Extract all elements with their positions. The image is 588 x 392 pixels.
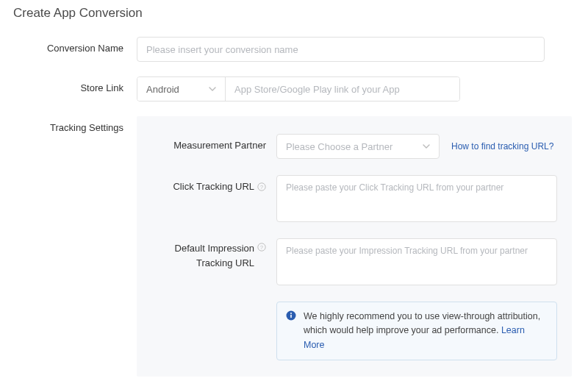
chevron-down-icon bbox=[423, 143, 430, 150]
measurement-partner-select[interactable]: Please Choose a Partner bbox=[276, 134, 440, 159]
label-click-tracking-url: Click Tracking URL ? bbox=[151, 175, 276, 192]
row-store-link: Store Link Android bbox=[13, 76, 575, 101]
tracking-settings-panel: Measurement Partner Please Choose a Part… bbox=[137, 116, 572, 377]
impression-tracking-url-input[interactable] bbox=[276, 238, 557, 285]
info-text: We highly recommend you to use view-thro… bbox=[304, 310, 548, 352]
row-conversion-name: Conversion Name bbox=[13, 37, 575, 62]
chevron-down-icon bbox=[209, 85, 216, 93]
label-impression-tracking-url: Default Impression Tracking URL ? bbox=[151, 238, 276, 270]
platform-select[interactable]: Android bbox=[137, 77, 226, 101]
conversion-name-input[interactable] bbox=[137, 37, 545, 62]
row-impression-tracking-url: Default Impression Tracking URL ? bbox=[151, 238, 557, 285]
label-store-link: Store Link bbox=[13, 76, 137, 93]
store-link-combo: Android bbox=[137, 76, 460, 101]
label-click-tracking-url-text: Click Tracking URL bbox=[173, 181, 254, 192]
page-title: Create App Conversion bbox=[13, 6, 575, 21]
how-to-find-tracking-url-link[interactable]: How to find tracking URL? bbox=[451, 141, 553, 152]
platform-select-value: Android bbox=[146, 84, 179, 95]
label-impression-tracking-url-text: Default Impression Tracking URL bbox=[175, 241, 254, 270]
svg-text:?: ? bbox=[260, 185, 263, 190]
label-tracking-settings: Tracking Settings bbox=[13, 116, 137, 133]
measurement-partner-placeholder: Please Choose a Partner bbox=[286, 141, 392, 152]
info-icon bbox=[286, 310, 296, 321]
svg-text:?: ? bbox=[260, 245, 263, 250]
row-tracking-settings: Tracking Settings Measurement Partner Pl… bbox=[13, 116, 575, 392]
label-measurement-partner-text: Measurement Partner bbox=[173, 140, 266, 151]
info-banner: We highly recommend you to use view-thro… bbox=[276, 302, 557, 360]
label-measurement-partner: Measurement Partner bbox=[151, 134, 276, 151]
label-conversion-name: Conversion Name bbox=[13, 37, 137, 54]
click-tracking-url-input[interactable] bbox=[276, 175, 557, 222]
row-click-tracking-url: Click Tracking URL ? bbox=[151, 175, 557, 222]
svg-point-6 bbox=[290, 313, 292, 314]
row-measurement-partner: Measurement Partner Please Choose a Part… bbox=[151, 134, 557, 159]
svg-rect-5 bbox=[290, 315, 292, 318]
help-icon[interactable]: ? bbox=[257, 243, 266, 252]
help-icon[interactable]: ? bbox=[257, 182, 266, 191]
store-link-input[interactable] bbox=[226, 77, 459, 101]
